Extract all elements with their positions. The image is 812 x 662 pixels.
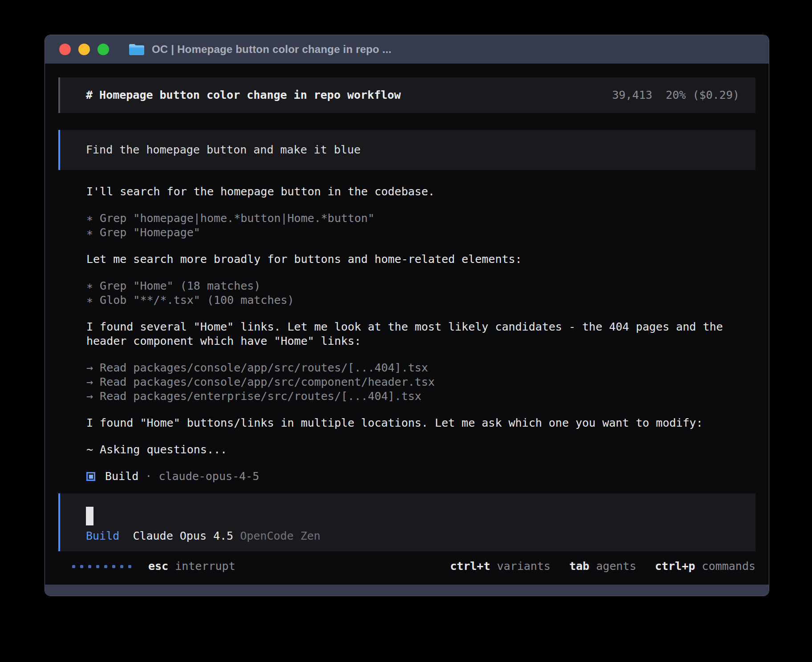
agent-separator: · (138, 469, 158, 484)
asking-questions-status: ~ Asking questions... (86, 443, 755, 457)
session-cost: ($0.29) (693, 89, 739, 101)
assistant-text: I found several "Home" links. Let me loo… (86, 320, 755, 334)
folder-icon (129, 43, 145, 56)
shortcut-variants[interactable]: ctrl+t variants (450, 559, 551, 573)
input-mode[interactable]: Build (86, 529, 119, 542)
agent-model: claude-opus-4-5 (158, 469, 259, 484)
desktop: OC | Homepage button color change in rep… (0, 0, 812, 662)
traffic-lights (59, 44, 109, 55)
prompt-input[interactable]: Build Claude Opus 4.5 OpenCode Zen (58, 493, 755, 551)
window-bottom-edge (45, 585, 769, 596)
text-cursor (86, 507, 93, 525)
tool-call-grep: ∗ Grep "Homepage" (86, 226, 755, 240)
context-percent: 20% (666, 89, 686, 101)
tool-call-glob: ∗ Glob "**/*.tsx" (100 matches) (86, 293, 755, 307)
esc-key[interactable]: esc (148, 559, 168, 573)
tool-call-read: → Read packages/console/app/src/routes/[… (86, 361, 755, 375)
tool-call-read: → Read packages/enterprise/src/routes/[.… (86, 389, 755, 404)
assistant-text: header component which have "Home" links… (86, 334, 755, 348)
status-bar: esc interrupt ctrl+t variants tab agents… (58, 559, 755, 573)
shortcut-agents[interactable]: tab agents (569, 559, 637, 573)
input-meta: Build Claude Opus 4.5 OpenCode Zen (86, 529, 739, 543)
user-message-text: Find the homepage button and make it blu… (86, 143, 361, 157)
agent-name: Build (105, 469, 138, 484)
esc-label: interrupt (168, 559, 235, 573)
minimize-button[interactable] (78, 44, 90, 55)
session-title: # Homepage button color change in repo w… (86, 88, 401, 102)
user-message: Find the homepage button and make it blu… (58, 130, 755, 170)
agent-status-row: Build · claude-opus-4-5 (86, 469, 755, 484)
terminal-content: # Homepage button color change in repo w… (45, 64, 769, 585)
shortcut-commands[interactable]: ctrl+p commands (655, 559, 755, 573)
assistant-text: Let me search more broadly for buttons a… (86, 252, 755, 266)
tool-call-grep: ∗ Grep "Home" (18 matches) (86, 279, 755, 293)
spinner-dots (72, 565, 131, 568)
agent-build-icon (86, 472, 95, 481)
token-count: 39,413 (612, 89, 652, 101)
input-provider: OpenCode Zen (240, 529, 321, 542)
session-stats: 39,413 20% ($0.29) (612, 88, 739, 102)
close-button[interactable] (59, 44, 71, 55)
conversation-transcript: I'll search for the homepage button in t… (86, 185, 755, 457)
tool-call-read: → Read packages/console/app/src/componen… (86, 375, 755, 389)
session-header: # Homepage button color change in repo w… (58, 77, 755, 113)
tool-call-grep: ∗ Grep "homepage|home.*button|Home.*butt… (86, 211, 755, 226)
assistant-text: I found "Home" buttons/links in multiple… (86, 416, 755, 430)
terminal-window: OC | Homepage button color change in rep… (45, 35, 769, 596)
window-title: OC | Homepage button color change in rep… (152, 43, 391, 56)
zoom-button[interactable] (97, 44, 109, 55)
input-model[interactable]: Claude Opus 4.5 (133, 529, 233, 542)
assistant-text: I'll search for the homepage button in t… (86, 185, 755, 199)
window-titlebar[interactable]: OC | Homepage button color change in rep… (45, 35, 769, 64)
